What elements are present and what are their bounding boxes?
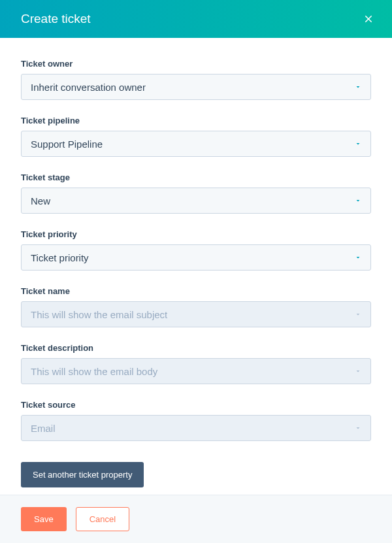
select-value: Ticket priority <box>31 252 89 263</box>
select-ticket-owner[interactable]: Inherit conversation owner <box>21 74 371 100</box>
label-ticket-source: Ticket source <box>21 400 371 410</box>
select-ticket-priority[interactable]: Ticket priority <box>21 244 371 271</box>
label-ticket-priority: Ticket priority <box>21 229 371 239</box>
label-ticket-owner: Ticket owner <box>21 59 371 69</box>
save-button[interactable]: Save <box>21 507 67 531</box>
field-ticket-description: Ticket description This will show the em… <box>21 343 371 384</box>
set-another-property-button[interactable]: Set another ticket property <box>21 462 144 487</box>
close-icon[interactable] <box>361 11 376 27</box>
dialog-footer: Save Cancel <box>0 495 392 543</box>
label-ticket-description: Ticket description <box>21 343 371 353</box>
select-ticket-stage[interactable]: New <box>21 188 371 214</box>
dialog-title: Create ticket <box>21 12 91 26</box>
label-ticket-name: Ticket name <box>21 286 371 296</box>
select-ticket-name: This will show the email subject <box>21 301 371 327</box>
select-value: Email <box>31 423 56 434</box>
field-ticket-priority: Ticket priority Ticket priority <box>21 229 371 271</box>
select-ticket-description: This will show the email body <box>21 358 371 384</box>
field-ticket-source: Ticket source Email <box>21 400 371 441</box>
select-value: Support Pipeline <box>31 139 103 150</box>
select-value: Inherit conversation owner <box>31 82 146 93</box>
field-ticket-name: Ticket name This will show the email sub… <box>21 286 371 327</box>
field-ticket-owner: Ticket owner Inherit conversation owner <box>21 59 371 100</box>
select-ticket-pipeline[interactable]: Support Pipeline <box>21 131 371 157</box>
label-ticket-pipeline: Ticket pipeline <box>21 116 371 125</box>
cancel-button[interactable]: Cancel <box>76 507 129 531</box>
select-value: New <box>31 195 50 206</box>
field-ticket-stage: Ticket stage New <box>21 173 371 214</box>
select-value: This will show the email subject <box>31 309 167 320</box>
dialog-header: Create ticket <box>0 0 392 38</box>
label-ticket-stage: Ticket stage <box>21 173 371 182</box>
select-value: This will show the email body <box>31 366 157 377</box>
select-ticket-source: Email <box>21 415 371 441</box>
field-ticket-pipeline: Ticket pipeline Support Pipeline <box>21 116 371 157</box>
form-body: Ticket owner Inherit conversation owner … <box>0 38 392 501</box>
